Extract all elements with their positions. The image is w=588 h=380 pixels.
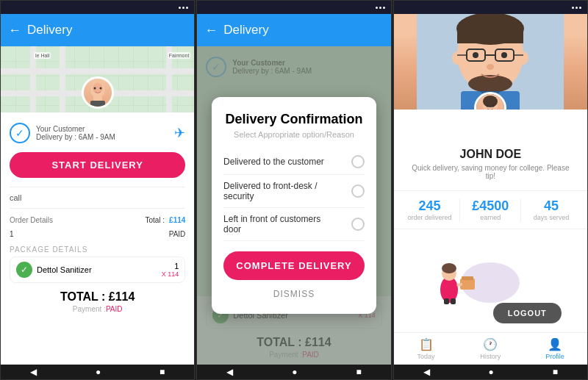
stats-row: 245 order delivered £4500 earned 45 days… [394, 190, 587, 229]
svg-point-4 [93, 87, 96, 90]
package-qty: 1 [162, 262, 179, 270]
delivery-time: Delivery by : 6AM - 9AM [36, 133, 115, 141]
dismiss-button[interactable]: DISMISS [223, 286, 365, 302]
panel2-body: ✓ Your CustomerDelivery by : 6AM - 9AM D… [197, 46, 390, 365]
status-bar-3 [394, 1, 587, 14]
profile-name: JOHN DOE [400, 148, 581, 161]
customer-face-1 [84, 79, 112, 107]
order-details-label: Order Details [10, 216, 53, 224]
map-area-1: le Hall Fairmont [1, 46, 194, 112]
map-label-2: Fairmont [168, 52, 191, 59]
svg-rect-9 [457, 29, 523, 43]
total-label: Total : [145, 216, 165, 224]
today-icon: 📋 [419, 337, 434, 351]
svg-rect-3 [90, 101, 105, 107]
customer-avatar-1 [82, 76, 114, 109]
panel-confirmation: ← Delivery ✓ Your CustomerDelivery by : … [196, 0, 391, 380]
modal-subtitle: Select Appropriate option/Reason [223, 130, 365, 139]
panel2-title: Delivery [223, 23, 268, 37]
svg-point-24 [487, 105, 489, 107]
call-label: call [10, 192, 185, 204]
stat-orders-val: 245 [400, 198, 460, 214]
order-number: 1 [10, 230, 14, 238]
back-nav-btn-2[interactable]: ◀ [226, 367, 233, 377]
order-row: Order Details Total : £114 [10, 213, 185, 227]
status-indicators [179, 7, 188, 9]
stat-earned-label: earned [460, 214, 520, 221]
radio-1[interactable] [351, 155, 365, 168]
option-2-label: Delivered to front-desk /security [223, 181, 317, 201]
square-nav-btn-2[interactable]: ■ [356, 367, 361, 377]
svg-point-12 [518, 51, 528, 65]
profile-bottom-nav: 📋 Today 🕐 History 👤 Profile [394, 332, 587, 365]
avatar-face-svg [476, 94, 504, 110]
complete-delivery-button[interactable]: COMPLETE DELIVERY [223, 251, 365, 280]
back-nav-btn-1[interactable]: ◀ [30, 367, 37, 377]
svg-point-25 [492, 105, 495, 107]
nav-profile[interactable]: 👤 Profile [523, 333, 587, 365]
today-label: Today [417, 353, 435, 360]
stat-days-label: days served [521, 214, 581, 221]
svg-point-23 [483, 96, 498, 107]
package-left: ✓ Dettol Sanitizer [16, 262, 92, 278]
map-label-1: le Hall [34, 52, 51, 59]
package-qty-block: 1 X 114 [162, 262, 179, 278]
home-nav-btn-3[interactable]: ● [489, 367, 494, 377]
face-svg-1 [84, 79, 112, 107]
illustration-area: LOGOUT [394, 234, 587, 332]
option-1-row[interactable]: Delivered to the customer [223, 149, 365, 175]
package-name: Dettol Sanitizer [37, 265, 92, 274]
bottom-bar-2: ◀ ● ■ [197, 365, 390, 379]
customer-label: Your Customer [36, 125, 115, 133]
top-bar-1: ← Delivery [1, 14, 194, 46]
option-1-label: Delivered to the customer [223, 157, 324, 167]
status-bar-2 [197, 1, 390, 14]
stat-days: 45 days served [521, 198, 581, 221]
back-arrow-icon[interactable]: ← [8, 23, 21, 38]
modal-overlay: Delivery Confirmation Select Appropriate… [197, 46, 390, 365]
status-bar-1 [1, 1, 194, 14]
package-section-label: PACKAGE DETAILS [10, 245, 185, 254]
logout-button[interactable]: LOGOUT [493, 303, 562, 323]
option-3-label: Left in front of customersdoor [223, 214, 320, 234]
profile-icon: 👤 [548, 337, 562, 351]
stat-orders-label: order delivered [400, 214, 460, 221]
home-nav-btn-1[interactable]: ● [96, 367, 101, 377]
back-nav-btn-3[interactable]: ◀ [423, 367, 430, 377]
back-arrow-icon-2[interactable]: ← [204, 23, 218, 38]
nav-history[interactable]: 🕐 History [458, 333, 523, 365]
radio-2[interactable] [351, 184, 365, 198]
package-price: X 114 [162, 270, 179, 278]
payment-paid: PAID [106, 305, 123, 313]
navigate-icon[interactable]: ✈ [174, 125, 185, 141]
option-3-row[interactable]: Left in front of customersdoor [223, 208, 365, 241]
customer-info: ✓ Your Customer Delivery by : 6AM - 9AM [10, 123, 115, 143]
svg-rect-28 [462, 276, 473, 280]
profile-bio: Quick delivery, saving money for college… [400, 161, 581, 183]
history-icon: 🕐 [483, 337, 498, 351]
nav-today[interactable]: 📋 Today [394, 333, 459, 365]
start-delivery-button[interactable]: START DELIVERY [10, 152, 185, 178]
check-circle-icon: ✓ [10, 123, 30, 143]
divider-1 [10, 187, 185, 187]
radio-3[interactable] [351, 218, 365, 231]
profile-label: Profile [545, 353, 564, 360]
panel1-content: ✓ Your Customer Delivery by : 6AM - 9AM … [1, 112, 194, 365]
bottom-bar-1: ◀ ● ■ [1, 365, 194, 379]
svg-rect-2 [93, 95, 102, 101]
top-bar-2: ← Delivery [197, 14, 390, 46]
square-nav-btn-3[interactable]: ■ [553, 367, 558, 377]
option-2-row[interactable]: Delivered to front-desk /security [223, 175, 365, 208]
home-nav-btn-2[interactable]: ● [292, 367, 297, 377]
status-indicators-3 [572, 7, 581, 9]
customer-text-block: Your Customer Delivery by : 6AM - 9AM [36, 125, 115, 141]
square-nav-btn-1[interactable]: ■ [159, 367, 165, 377]
delivery-illustration [420, 245, 493, 304]
svg-point-11 [452, 51, 462, 65]
confirmation-modal: Delivery Confirmation Select Appropriate… [212, 97, 376, 314]
history-label: History [480, 353, 501, 360]
bottom-bar-3: ◀ ● ■ [394, 365, 587, 379]
panel-profile: JOHN DOE Quick delivery, saving money fo… [393, 0, 588, 380]
svg-point-18 [473, 52, 478, 58]
paid-label: PAID [169, 230, 186, 238]
